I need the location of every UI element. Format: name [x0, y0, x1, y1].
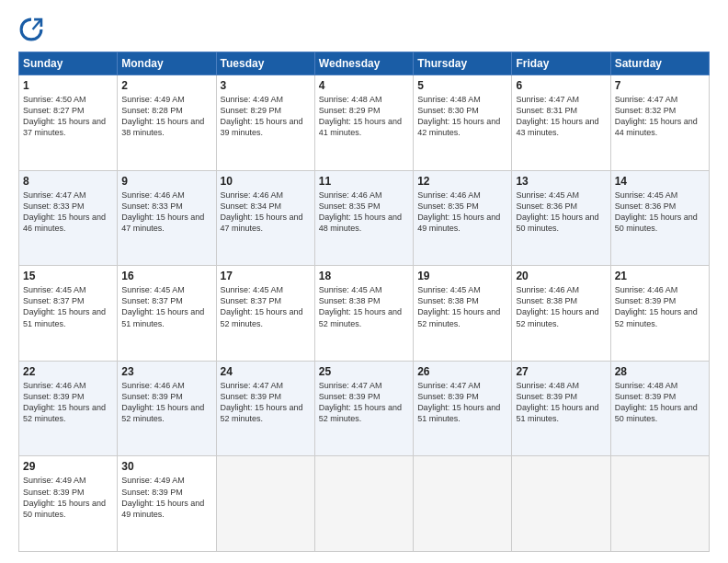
day-cell — [512, 456, 610, 552]
day-cell: 15Sunrise: 4:45 AMSunset: 8:37 PMDayligh… — [19, 266, 118, 362]
day-number: 1 — [23, 79, 113, 92]
day-cell: 19Sunrise: 4:45 AMSunset: 8:38 PMDayligh… — [414, 266, 512, 362]
day-number: 28 — [615, 365, 705, 378]
day-cell: 10Sunrise: 4:46 AMSunset: 8:34 PMDayligh… — [216, 170, 314, 266]
day-number: 9 — [121, 175, 211, 188]
day-number: 23 — [121, 365, 211, 378]
day-info: Sunrise: 4:50 AMSunset: 8:27 PMDaylight:… — [23, 94, 113, 139]
day-number: 7 — [615, 79, 705, 92]
col-header-tuesday: Tuesday — [216, 52, 314, 75]
day-number: 2 — [121, 79, 211, 92]
page: SundayMondayTuesdayWednesdayThursdayFrid… — [0, 0, 728, 563]
day-cell: 18Sunrise: 4:45 AMSunset: 8:38 PMDayligh… — [314, 266, 413, 362]
day-cell: 30Sunrise: 4:49 AMSunset: 8:39 PMDayligh… — [118, 456, 216, 552]
day-number: 22 — [23, 365, 113, 378]
day-number: 26 — [417, 365, 507, 378]
day-number: 12 — [417, 175, 507, 188]
day-number: 5 — [417, 79, 507, 92]
day-info: Sunrise: 4:49 AMSunset: 8:39 PMDaylight:… — [121, 475, 211, 520]
day-cell — [314, 456, 413, 552]
day-info: Sunrise: 4:47 AMSunset: 8:33 PMDaylight:… — [23, 190, 113, 235]
day-cell: 23Sunrise: 4:46 AMSunset: 8:39 PMDayligh… — [118, 361, 216, 456]
day-info: Sunrise: 4:46 AMSunset: 8:39 PMDaylight:… — [23, 380, 113, 425]
day-number: 13 — [516, 175, 606, 188]
day-cell: 4Sunrise: 4:48 AMSunset: 8:29 PMDaylight… — [314, 75, 413, 171]
col-header-monday: Monday — [118, 52, 216, 75]
day-number: 6 — [516, 79, 606, 92]
day-cell: 21Sunrise: 4:46 AMSunset: 8:39 PMDayligh… — [610, 266, 709, 362]
day-cell: 5Sunrise: 4:48 AMSunset: 8:30 PMDaylight… — [414, 75, 512, 171]
day-info: Sunrise: 4:46 AMSunset: 8:39 PMDaylight:… — [121, 380, 211, 425]
day-info: Sunrise: 4:46 AMSunset: 8:33 PMDaylight:… — [121, 190, 211, 235]
day-number: 19 — [417, 270, 507, 282]
day-info: Sunrise: 4:46 AMSunset: 8:35 PMDaylight:… — [319, 190, 409, 235]
day-cell: 20Sunrise: 4:46 AMSunset: 8:38 PMDayligh… — [512, 266, 610, 362]
day-cell: 8Sunrise: 4:47 AMSunset: 8:33 PMDaylight… — [19, 170, 118, 266]
day-cell: 28Sunrise: 4:48 AMSunset: 8:39 PMDayligh… — [610, 361, 709, 456]
col-header-saturday: Saturday — [610, 52, 709, 75]
logo — [18, 17, 50, 42]
day-cell: 26Sunrise: 4:47 AMSunset: 8:39 PMDayligh… — [414, 361, 512, 456]
day-cell: 24Sunrise: 4:47 AMSunset: 8:39 PMDayligh… — [216, 361, 314, 456]
day-info: Sunrise: 4:47 AMSunset: 8:31 PMDaylight:… — [516, 94, 606, 139]
day-number: 24 — [221, 365, 311, 378]
day-cell: 2Sunrise: 4:49 AMSunset: 8:28 PMDaylight… — [118, 75, 216, 171]
calendar-table: SundayMondayTuesdayWednesdayThursdayFrid… — [18, 52, 710, 552]
day-info: Sunrise: 4:47 AMSunset: 8:39 PMDaylight:… — [221, 380, 311, 425]
day-info: Sunrise: 4:48 AMSunset: 8:39 PMDaylight:… — [615, 380, 705, 425]
day-info: Sunrise: 4:45 AMSunset: 8:38 PMDaylight:… — [417, 284, 507, 329]
day-info: Sunrise: 4:48 AMSunset: 8:29 PMDaylight:… — [319, 94, 409, 139]
day-number: 11 — [319, 175, 409, 188]
week-row-2: 8Sunrise: 4:47 AMSunset: 8:33 PMDaylight… — [19, 170, 710, 266]
day-info: Sunrise: 4:49 AMSunset: 8:28 PMDaylight:… — [121, 94, 211, 139]
day-cell: 3Sunrise: 4:49 AMSunset: 8:29 PMDaylight… — [216, 75, 314, 171]
day-cell: 12Sunrise: 4:46 AMSunset: 8:35 PMDayligh… — [414, 170, 512, 266]
day-number: 21 — [615, 270, 705, 282]
day-info: Sunrise: 4:49 AMSunset: 8:39 PMDaylight:… — [23, 475, 113, 520]
day-cell: 17Sunrise: 4:45 AMSunset: 8:37 PMDayligh… — [216, 266, 314, 362]
day-info: Sunrise: 4:47 AMSunset: 8:32 PMDaylight:… — [615, 94, 705, 139]
calendar-header-row: SundayMondayTuesdayWednesdayThursdayFrid… — [19, 52, 710, 75]
day-number: 29 — [23, 460, 113, 473]
col-header-friday: Friday — [512, 52, 610, 75]
day-info: Sunrise: 4:45 AMSunset: 8:37 PMDaylight:… — [23, 284, 113, 329]
day-number: 16 — [121, 270, 211, 282]
logo-icon — [18, 17, 44, 42]
day-info: Sunrise: 4:45 AMSunset: 8:37 PMDaylight:… — [121, 284, 211, 329]
day-cell — [216, 456, 314, 552]
col-header-thursday: Thursday — [414, 52, 512, 75]
day-number: 30 — [121, 460, 211, 473]
day-info: Sunrise: 4:45 AMSunset: 8:37 PMDaylight:… — [221, 284, 311, 329]
week-row-4: 22Sunrise: 4:46 AMSunset: 8:39 PMDayligh… — [19, 361, 710, 456]
col-header-wednesday: Wednesday — [314, 52, 413, 75]
day-info: Sunrise: 4:46 AMSunset: 8:35 PMDaylight:… — [417, 190, 507, 235]
day-info: Sunrise: 4:48 AMSunset: 8:30 PMDaylight:… — [417, 94, 507, 139]
day-number: 27 — [516, 365, 606, 378]
day-cell — [414, 456, 512, 552]
week-row-3: 15Sunrise: 4:45 AMSunset: 8:37 PMDayligh… — [19, 266, 710, 362]
day-number: 17 — [221, 270, 311, 282]
day-info: Sunrise: 4:45 AMSunset: 8:36 PMDaylight:… — [615, 190, 705, 235]
day-info: Sunrise: 4:47 AMSunset: 8:39 PMDaylight:… — [417, 380, 507, 425]
day-cell — [610, 456, 709, 552]
week-row-5: 29Sunrise: 4:49 AMSunset: 8:39 PMDayligh… — [19, 456, 710, 552]
day-cell: 14Sunrise: 4:45 AMSunset: 8:36 PMDayligh… — [610, 170, 709, 266]
day-number: 4 — [319, 79, 409, 92]
day-number: 14 — [615, 175, 705, 188]
day-info: Sunrise: 4:49 AMSunset: 8:29 PMDaylight:… — [221, 94, 311, 139]
day-cell: 11Sunrise: 4:46 AMSunset: 8:35 PMDayligh… — [314, 170, 413, 266]
day-number: 8 — [23, 175, 113, 188]
day-number: 20 — [516, 270, 606, 282]
day-cell: 25Sunrise: 4:47 AMSunset: 8:39 PMDayligh… — [314, 361, 413, 456]
day-info: Sunrise: 4:46 AMSunset: 8:34 PMDaylight:… — [221, 190, 311, 235]
day-number: 18 — [319, 270, 409, 282]
day-number: 25 — [319, 365, 409, 378]
day-number: 15 — [23, 270, 113, 282]
day-cell: 13Sunrise: 4:45 AMSunset: 8:36 PMDayligh… — [512, 170, 610, 266]
day-cell: 16Sunrise: 4:45 AMSunset: 8:37 PMDayligh… — [118, 266, 216, 362]
day-cell: 29Sunrise: 4:49 AMSunset: 8:39 PMDayligh… — [19, 456, 118, 552]
day-cell: 22Sunrise: 4:46 AMSunset: 8:39 PMDayligh… — [19, 361, 118, 456]
day-info: Sunrise: 4:45 AMSunset: 8:36 PMDaylight:… — [516, 190, 606, 235]
day-cell: 7Sunrise: 4:47 AMSunset: 8:32 PMDaylight… — [610, 75, 709, 171]
col-header-sunday: Sunday — [19, 52, 118, 75]
